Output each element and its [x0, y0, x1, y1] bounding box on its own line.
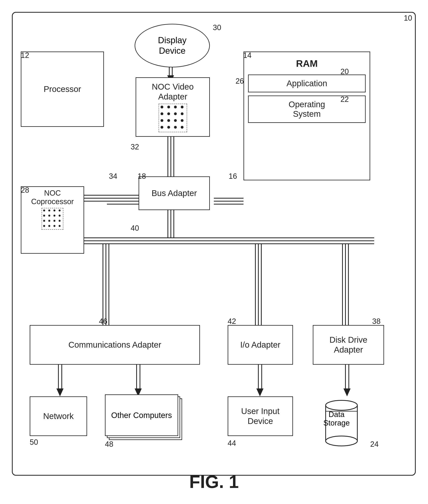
application-box: Application — [248, 75, 366, 92]
ref-32: 32 — [131, 143, 139, 151]
ref-10: 10 — [404, 14, 412, 22]
communications-adapter-label: Communications Adapter — [68, 340, 161, 350]
ref-noc-coprocessor: 28 — [21, 186, 29, 194]
processor-label: Processor — [44, 84, 81, 94]
noc-video-adapter-box: NOC Video Adapter — [136, 77, 210, 137]
data-storage-cylinder: Data Storage — [317, 394, 366, 448]
io-adapter-label: I/o Adapter — [240, 340, 280, 350]
ref-bus-adapter: 18 — [138, 172, 146, 180]
diagram-page: 10 — [0, 0, 428, 504]
svg-point-51 — [326, 436, 357, 446]
ref-display-device: 30 — [213, 23, 221, 32]
network-box: Network — [30, 396, 87, 436]
user-input-device-label: User Input Device — [241, 406, 280, 426]
ref-disk-drive: 38 — [372, 317, 380, 326]
ref-network: 50 — [30, 438, 38, 446]
user-input-device-box: User Input Device — [228, 396, 293, 436]
disk-drive-adapter-label: Disk Drive Adapter — [329, 335, 367, 355]
other-computers-stack: Other Computers — [105, 394, 182, 440]
ref-noc-video: 26 — [236, 77, 244, 85]
ram-box: RAM Application Operating System — [244, 51, 370, 180]
network-label: Network — [43, 411, 74, 421]
processor-box: Processor — [21, 51, 104, 127]
ref-application: 20 — [340, 67, 349, 76]
data-storage-label: Data Storage — [317, 410, 356, 427]
ref-34: 34 — [109, 172, 117, 180]
ref-other-computers: 48 — [105, 440, 113, 449]
ref-processor: 12 — [21, 51, 29, 60]
noc-coprocessor-box: NOC Coprocessor — [21, 186, 84, 254]
noc-coprocessor-label: NOC Coprocessor — [31, 189, 74, 206]
ref-16: 16 — [229, 172, 237, 180]
svg-point-52 — [326, 400, 357, 410]
other-computers-label: Other Computers — [105, 394, 178, 436]
ref-os: 22 — [340, 95, 349, 104]
ref-io-adapter: 42 — [228, 317, 236, 326]
display-device-label: Display Device — [158, 35, 187, 56]
bus-adapter-label: Bus Adapter — [152, 188, 197, 198]
bus-adapter-box: Bus Adapter — [139, 176, 210, 210]
ref-data-storage: 24 — [370, 440, 379, 449]
io-adapter-box: I/o Adapter — [228, 325, 293, 365]
ref-ram: 14 — [243, 51, 251, 60]
noc-video-adapter-label: NOC Video Adapter — [152, 82, 194, 102]
disk-drive-adapter-box: Disk Drive Adapter — [313, 325, 384, 365]
figure-label: FIG. 1 — [0, 472, 428, 492]
ref-comms-adapter: 46 — [99, 317, 107, 326]
display-device-box: Display Device — [135, 24, 210, 67]
communications-adapter-box: Communications Adapter — [30, 325, 200, 365]
ref-40: 40 — [131, 224, 139, 232]
ref-user-input: 44 — [228, 439, 236, 447]
